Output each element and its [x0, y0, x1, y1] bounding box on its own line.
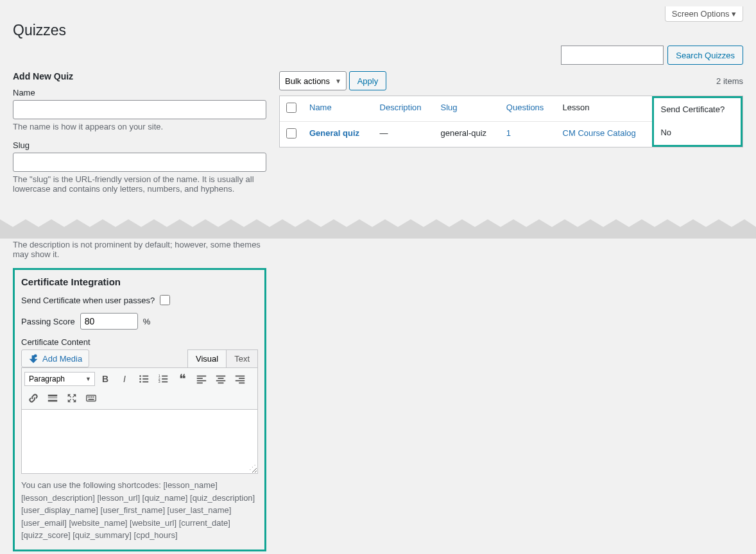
slug-description: The "slug" is the URL-friendly version o… — [13, 174, 266, 194]
percent-label: % — [143, 317, 151, 326]
certificate-integration-heading: Certificate Integration — [21, 276, 258, 287]
svg-rect-15 — [197, 380, 206, 382]
items-count: 2 items — [716, 76, 743, 86]
link-icon — [28, 392, 39, 404]
list-ol-icon: 123 — [157, 373, 169, 385]
svg-rect-32 — [93, 396, 94, 398]
add-new-quiz-heading: Add New Quiz — [13, 71, 266, 81]
certificate-integration-panel: Certificate Integration Send Certificate… — [13, 268, 266, 551]
add-media-button[interactable]: Add Media — [21, 349, 89, 367]
select-all-checkbox[interactable] — [286, 103, 296, 113]
name-input[interactable] — [13, 100, 266, 119]
svg-rect-33 — [89, 399, 94, 400]
svg-rect-12 — [162, 382, 168, 383]
svg-rect-25 — [48, 395, 57, 397]
svg-rect-10 — [162, 378, 168, 380]
col-lesson: Lesson — [556, 96, 653, 121]
align-left-button[interactable] — [193, 371, 210, 387]
svg-rect-28 — [87, 396, 96, 401]
svg-rect-18 — [218, 378, 224, 379]
svg-rect-14 — [197, 378, 203, 379]
passing-score-label: Passing Score — [21, 317, 75, 326]
align-left-icon — [196, 373, 207, 385]
editor-toolbar: Paragraph ▼ B I 123 ❝ — [21, 367, 258, 410]
italic-button[interactable]: I — [116, 371, 133, 387]
bold-button[interactable]: B — [96, 371, 114, 387]
name-description: The name is how it appears on your site. — [13, 122, 266, 131]
svg-rect-8 — [162, 376, 168, 377]
col-slug[interactable]: Slug — [441, 103, 458, 112]
list-ul-icon — [138, 373, 150, 385]
shortcodes-help: You can use the following shortcodes: [l… — [21, 479, 258, 542]
bulk-actions-select[interactable]: Bulk actions — [279, 71, 347, 90]
screen-options-button[interactable]: Screen Options ▾ — [665, 6, 743, 22]
col-name[interactable]: Name — [309, 103, 332, 112]
svg-rect-27 — [48, 400, 57, 402]
align-right-icon — [234, 373, 246, 385]
svg-rect-22 — [239, 378, 245, 379]
svg-rect-21 — [236, 376, 245, 377]
link-button[interactable] — [24, 390, 42, 407]
keyboard-icon — [85, 392, 97, 404]
readmore-icon — [47, 392, 58, 404]
align-right-button[interactable] — [231, 371, 249, 387]
col-questions[interactable]: Questions — [506, 103, 544, 112]
svg-rect-6 — [142, 382, 148, 383]
send-certificate-checkbox[interactable] — [160, 295, 170, 305]
svg-rect-2 — [142, 376, 148, 377]
quiz-cert-cell: No — [652, 121, 743, 147]
search-input[interactable] — [561, 46, 664, 65]
quiz-lesson-link[interactable]: CM Course Catalog — [563, 128, 636, 138]
bullet-list-button[interactable] — [135, 371, 153, 387]
slug-input[interactable] — [13, 153, 266, 172]
send-certificate-label: Send Certificate when user passes? — [21, 296, 155, 305]
passing-score-input[interactable] — [80, 313, 138, 330]
col-send-certificate: Send Certificate? — [652, 96, 743, 121]
apply-button[interactable]: Apply — [349, 71, 387, 90]
resize-grip-icon[interactable]: ⋰ — [249, 464, 256, 472]
svg-point-5 — [139, 381, 141, 383]
svg-rect-17 — [216, 376, 225, 377]
quiz-name-link[interactable]: General quiz — [309, 128, 359, 138]
description-help-text: The description is not prominent by defa… — [13, 240, 266, 259]
svg-rect-4 — [142, 378, 148, 380]
svg-rect-23 — [236, 380, 245, 382]
svg-rect-31 — [91, 396, 92, 398]
align-center-icon — [215, 373, 227, 385]
quizzes-table: Name Description Slug Questions Lesson S… — [279, 96, 743, 147]
format-select[interactable]: Paragraph — [24, 372, 95, 386]
tab-text[interactable]: Text — [226, 349, 258, 367]
tab-visual[interactable]: Visual — [187, 349, 226, 367]
svg-rect-16 — [197, 382, 203, 383]
fullscreen-icon — [66, 392, 78, 404]
media-icon — [28, 353, 39, 364]
read-more-button[interactable] — [44, 390, 62, 407]
fullscreen-button[interactable] — [63, 390, 81, 407]
name-label: Name — [13, 88, 266, 97]
svg-point-3 — [139, 378, 141, 380]
row-checkbox[interactable] — [286, 128, 296, 138]
svg-rect-19 — [216, 380, 225, 382]
page-title: Quizzes — [13, 22, 743, 39]
svg-point-0 — [34, 355, 37, 358]
toolbar-toggle-button[interactable] — [82, 390, 100, 407]
svg-rect-20 — [218, 382, 224, 383]
quiz-slug: general-quiz — [434, 121, 500, 147]
blockquote-button[interactable]: ❝ — [173, 371, 191, 387]
col-description[interactable]: Description — [380, 103, 422, 112]
quiz-questions-link[interactable]: 1 — [506, 128, 511, 138]
table-row: General quiz — general-quiz 1 CM Course … — [280, 121, 743, 147]
svg-rect-29 — [88, 396, 89, 398]
certificate-content-label: Certificate Content — [21, 337, 258, 347]
svg-rect-26 — [48, 398, 57, 398]
align-center-button[interactable] — [212, 371, 230, 387]
numbered-list-button[interactable]: 123 — [154, 371, 172, 387]
editor-content[interactable]: ⋰ — [21, 410, 258, 474]
svg-rect-24 — [239, 382, 245, 383]
slug-label: Slug — [13, 140, 266, 150]
svg-point-1 — [139, 375, 141, 377]
quiz-description: — — [374, 121, 434, 147]
content-cutaway — [0, 208, 756, 239]
search-quizzes-button[interactable]: Search Quizzes — [667, 46, 743, 65]
svg-rect-30 — [89, 396, 90, 398]
